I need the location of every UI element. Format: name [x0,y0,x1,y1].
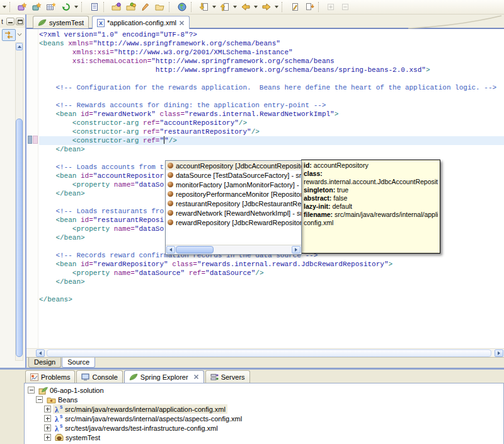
code-line-4[interactable]: xsi:schemaLocation="http://www.springfra… [39,57,504,66]
export-button[interactable] [217,1,232,13]
next-annotation-button[interactable] [302,1,316,13]
scroll-up-button[interactable] [16,43,23,50]
export-caret[interactable] [232,1,238,13]
popup-horizontal-scrollbar[interactable] [166,245,301,254]
completion-item[interactable]: rewardRepository [JdbcRewardRepository] … [166,218,301,227]
editor-tab-systemtest[interactable]: systemTest [33,16,89,28]
completion-item[interactable]: dataSource [TestDataSourceFactory] - src… [166,170,301,180]
tree-item[interactable]: λSsrc/main/java/rewards/internal/applica… [53,404,227,414]
tree-item-label: Beans [58,396,77,404]
tree-item[interactable]: λSsrc/main/java/rewards/internal/aspects… [53,414,244,423]
forward-caret[interactable] [273,1,280,13]
code-line-7[interactable]: <!-- Configuration for the rewards appli… [39,83,504,92]
code-line-28[interactable]: <property name="dataSource" ref="dataSou… [39,269,504,278]
code-line-8[interactable] [39,92,504,101]
current-line-marker [28,136,32,144]
run-button[interactable] [123,1,138,13]
scroll-right-button[interactable] [292,246,301,254]
open-folder-button[interactable] [152,1,167,13]
completion-item[interactable]: rewardNetwork [RewardNetworkImpl] - src/… [166,208,301,218]
tree-row[interactable]: λSsrc/main/java/rewards/internal/aspects… [25,414,503,423]
back-caret[interactable] [253,1,259,13]
tab-source[interactable]: Source [62,358,95,368]
left-view-scrollbar[interactable] [15,42,23,361]
code-line-1[interactable]: <?xml version="1.0" encoding="UTF-8"?> [39,30,504,39]
close-tab-icon[interactable] [179,20,185,26]
scroll-right-button[interactable] [495,349,503,357]
tree-row[interactable]: λSsrc/main/java/rewards/internal/applica… [25,404,503,414]
code-line-3[interactable]: xmlns:xsi="http://www.w3.org/2001/XMLSch… [39,48,504,57]
scroll-left-button[interactable] [166,246,175,254]
annotation-ruler[interactable] [26,29,38,348]
view-tab-problems[interactable]: Problems [25,370,75,383]
tree-row[interactable]: λSsrc/test/java/rewards/test-infrastruct… [25,423,503,433]
refresh-caret[interactable] [73,1,79,13]
tree-row[interactable]: Beans [25,395,503,404]
code-line-10[interactable]: <bean id="rewardNetwork" class="rewards.… [39,110,504,119]
last-edit-location-button[interactable] [287,1,302,13]
view-tab-spring-explorer[interactable]: Spring Explorer [124,370,204,383]
new-wizard-button[interactable] [30,1,44,13]
forward-button[interactable] [259,1,273,13]
import-caret[interactable] [211,1,217,13]
open-web-browser-button[interactable] [175,1,189,13]
code-line-6[interactable] [39,74,504,83]
minimize-icon [8,20,13,23]
refresh-button[interactable] [59,1,73,13]
open-editor-button[interactable] [87,1,101,13]
new-table-button[interactable] [44,1,59,13]
expand-icon[interactable] [44,434,51,441]
code-line-27[interactable]: <bean id="rewardRepository" class="rewar… [39,260,504,269]
popup-scrollbar-thumb[interactable] [176,246,214,254]
link-with-editor-button[interactable] [2,29,16,41]
xml-source-editor[interactable]: <?xml version="1.0" encoding="UTF-8"?><b… [26,29,504,348]
code-line-5[interactable]: http://www.springframework.org/schema/be… [39,66,504,74]
view-tab-servers[interactable]: Servers [205,370,250,383]
external-tools-button[interactable] [138,1,152,13]
editor-tab--application-config-xml[interactable]: X*application-config.xml [92,16,190,29]
expand-icon[interactable] [44,406,51,412]
completion-item[interactable]: monitorFactory [JamonMonitorFactory] - s… [166,180,301,189]
servers-icon [210,373,219,381]
view-menu-caret[interactable] [17,33,22,37]
new-spring-project-button[interactable] [15,1,30,13]
expand-icon[interactable] [44,424,51,431]
editor-scrollbar-thumb[interactable] [47,349,491,357]
scrollbar-thumb[interactable] [16,119,23,357]
code-line-30[interactable] [39,286,504,295]
code-line-29[interactable]: </bean> [39,278,504,286]
expand-icon[interactable] [44,415,51,422]
back-button[interactable] [238,1,253,13]
tree-item[interactable]: Beans [45,395,79,404]
tree-item[interactable]: systemTest [53,433,102,442]
collapse-icon[interactable] [28,387,35,394]
import-button[interactable] [197,1,211,13]
code-line-12[interactable]: <constructor-arg ref="restaurantReposito… [39,127,504,136]
completion-item[interactable]: accountRepository [JdbcAccountRepository… [166,161,301,170]
tab-design[interactable]: Design [28,358,61,368]
collapse-icon[interactable] [36,396,43,403]
code-line-2[interactable]: <beans xmlns="http://www.springframework… [39,39,504,48]
minimize-view-button[interactable] [6,18,14,25]
code-line-11[interactable]: <constructor-arg ref="accountRepository"… [39,119,504,127]
scroll-left-button[interactable] [36,349,45,357]
debug-button[interactable] [109,1,123,13]
debug-icon [111,2,122,12]
maximize-view-button[interactable] [16,18,24,25]
next-annotation-icon [304,2,314,12]
code-line-14[interactable]: </bean> [39,145,504,154]
close-view-icon[interactable] [193,374,199,380]
completion-item[interactable]: repositoryPerformanceMonitor [Repository… [166,189,301,199]
tree-row[interactable]: systemTest [25,433,503,442]
tree-item-label: src/main/java/rewards/internal/applicati… [65,406,226,413]
tree-item[interactable]: 06-aop-1-solution [37,385,106,395]
overflow-caret[interactable] [1,1,8,13]
tree-item[interactable]: λSsrc/test/java/rewards/test-infrastruct… [53,423,220,433]
code-line-31[interactable]: </beans> [39,295,504,304]
code-line-9[interactable]: <!-- Rewards accounts for dining: the ap… [39,101,504,110]
code-line-13[interactable]: <constructor-arg ref=""/> [39,136,504,145]
editor-horizontal-scrollbar[interactable] [26,348,504,357]
completion-item[interactable]: restaurantRepository [JdbcRestaurantRepo… [166,199,301,208]
view-tab-console[interactable]: Console [76,370,122,383]
tree-row[interactable]: 06-aop-1-solution [25,385,503,395]
